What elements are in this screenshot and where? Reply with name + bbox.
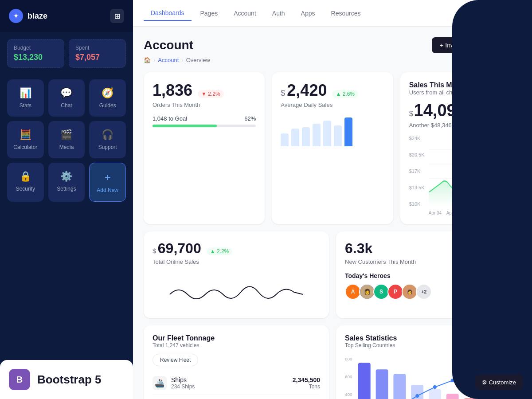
mini-bar-1 xyxy=(291,129,299,146)
main-wrapper: Dashboards Pages Account Auth Apps Resou… xyxy=(133,0,532,399)
settings-icon: ⚙️ xyxy=(60,171,72,182)
progress-bar-fill xyxy=(153,125,217,127)
hero-count: +2 xyxy=(416,284,432,300)
mini-bar-chart xyxy=(281,115,384,146)
svg-text:800: 800 xyxy=(345,356,352,361)
sidebar-item-guides[interactable]: 🧭 Guides xyxy=(89,79,126,117)
svg-point-24 xyxy=(415,394,419,398)
nav-apps[interactable]: Apps xyxy=(294,6,322,21)
sidebar-item-stats[interactable]: 📊 Stats xyxy=(7,79,44,117)
budget-label: Budget xyxy=(14,45,58,51)
hero-avatar-1: A xyxy=(345,284,361,300)
orders-value: 1,836 xyxy=(153,81,192,100)
customize-button[interactable]: ⚙ Customize xyxy=(475,375,523,390)
calculator-icon: 🧮 xyxy=(20,129,31,141)
support-icon: 🎧 xyxy=(102,129,113,141)
spent-label: Spent xyxy=(75,45,119,51)
nav-dashboards[interactable]: Dashboards xyxy=(144,6,192,21)
mini-bar-4 xyxy=(323,121,331,146)
progress-bar-bg xyxy=(153,125,256,127)
online-sales-value: 69,700 xyxy=(158,240,201,257)
sidebar-item-label: Stats xyxy=(20,102,31,109)
nav-links: Dashboards Pages Account Auth Apps Resou… xyxy=(144,6,368,21)
svg-rect-16 xyxy=(429,389,441,399)
sidebar-item-label: Media xyxy=(59,144,74,150)
currency-symbol: $ xyxy=(281,89,285,98)
budget-cards: Budget $13,230 Spent $7,057 xyxy=(0,32,133,75)
hero-avatar-4: P xyxy=(387,284,403,300)
dark-overlay-panel xyxy=(452,0,532,399)
mini-bar-6 xyxy=(344,117,352,146)
sidebar-header: ✦ blaze ⊞ xyxy=(0,0,133,32)
ships-name: Ships xyxy=(171,376,195,383)
fleet-row-ships: 🚢 Ships 234 Ships 2,345,500 Tons xyxy=(153,372,320,395)
sidebar-item-label: Support xyxy=(98,144,117,150)
wave-chart xyxy=(153,272,320,308)
svg-rect-13 xyxy=(376,369,388,399)
sidebar-footer: B Bootstrap 5 xyxy=(0,360,133,399)
chat-icon: 💬 xyxy=(60,87,72,99)
nav-grid: 📊 Stats 💬 Chat 🧭 Guides 🧮 Calculator 🎬 M… xyxy=(0,75,133,206)
online-sales-badge: ▲ 2.2% xyxy=(207,247,233,255)
online-sales-label: Total Online Sales xyxy=(153,258,320,265)
breadcrumb-home-icon[interactable]: 🏠 xyxy=(144,57,151,63)
online-sales-card: $ 69,700 ▲ 2.2% Total Online Sales xyxy=(144,231,329,318)
logo-area: ✦ blaze xyxy=(9,9,47,23)
guides-icon: 🧭 xyxy=(102,87,113,99)
fleet-list: 🚢 Ships 234 Ships 2,345,500 Tons xyxy=(153,372,320,399)
breadcrumb-overview: Overview xyxy=(186,57,210,63)
mini-bar-0 xyxy=(281,133,289,146)
daily-sales-label: Average Daily Sales xyxy=(281,102,384,108)
nav-account[interactable]: Account xyxy=(227,6,263,21)
sidebar-menu-button[interactable]: ⊞ xyxy=(110,9,124,23)
svg-text:👩: 👩 xyxy=(364,288,371,295)
fleet-sub: Total 1,247 vehicles xyxy=(153,342,320,348)
sidebar-item-label: Chat xyxy=(61,102,72,109)
orders-card: 1,836 ▼ 2.2% Orders This Month 1,048 to … xyxy=(144,72,265,224)
nav-auth[interactable]: Auth xyxy=(265,6,292,21)
page-title: Account xyxy=(144,38,193,52)
svg-text:600: 600 xyxy=(345,374,352,379)
media-icon: 🎬 xyxy=(60,129,72,141)
review-fleet-button[interactable]: Review Fleet xyxy=(153,354,198,366)
breadcrumb-account[interactable]: Account xyxy=(158,57,179,63)
sidebar-item-label: Settings xyxy=(57,186,76,192)
sidebar-item-label: Guides xyxy=(99,102,116,109)
fleet-row-trucks: 🚛 Trucks 1,460 Trucks 457,200 Tons xyxy=(153,395,320,399)
daily-sales-card: $ 2,420 ▲ 2.6% Average Daily Sales xyxy=(272,72,393,224)
sidebar-item-security[interactable]: 🔒 Security xyxy=(7,163,44,202)
sidebar-item-media[interactable]: 🎬 Media xyxy=(48,121,85,158)
nav-pages[interactable]: Pages xyxy=(193,6,225,21)
ships-unit: Tons xyxy=(293,383,320,390)
svg-rect-12 xyxy=(358,363,371,399)
sidebar-item-add-new[interactable]: + Add New xyxy=(89,163,126,202)
svg-text:👩: 👩 xyxy=(407,289,413,295)
orders-badge: ▼ 2.2% xyxy=(198,90,224,98)
sidebar-item-label: Add New xyxy=(97,187,118,193)
hero-avatar-5: 👩 xyxy=(402,284,418,300)
sidebar-item-chat[interactable]: 💬 Chat xyxy=(48,79,85,117)
add-new-icon: + xyxy=(105,171,111,184)
progress-pct: 62% xyxy=(244,115,256,122)
svg-rect-14 xyxy=(393,374,406,399)
spent-value: $7,057 xyxy=(75,53,119,62)
svg-point-25 xyxy=(433,385,437,389)
mini-bar-5 xyxy=(334,125,342,146)
sidebar-item-support[interactable]: 🎧 Support xyxy=(89,121,126,158)
orders-progress: 1,048 to Goal 62% xyxy=(153,115,256,127)
mini-bar-3 xyxy=(313,124,321,146)
ships-value: 2,345,500 xyxy=(293,376,320,383)
bootstrap-text: Bootstrap 5 xyxy=(37,373,101,387)
daily-sales-value: 2,420 xyxy=(287,81,327,100)
mini-bar-2 xyxy=(302,127,310,146)
spent-card: Spent $7,057 xyxy=(69,39,126,68)
nav-resources[interactable]: Resources xyxy=(324,6,368,21)
stats-icon: 📊 xyxy=(20,87,31,99)
daily-sales-badge: ▲ 2.6% xyxy=(332,90,358,98)
sidebar-item-label: Security xyxy=(16,186,35,192)
svg-rect-17 xyxy=(446,394,459,399)
ships-icon: 🚢 xyxy=(153,376,167,390)
sidebar-item-calculator[interactable]: 🧮 Calculator xyxy=(7,121,44,158)
sidebar-item-settings[interactable]: ⚙️ Settings xyxy=(48,163,85,202)
progress-text: 1,048 to Goal xyxy=(153,115,187,122)
